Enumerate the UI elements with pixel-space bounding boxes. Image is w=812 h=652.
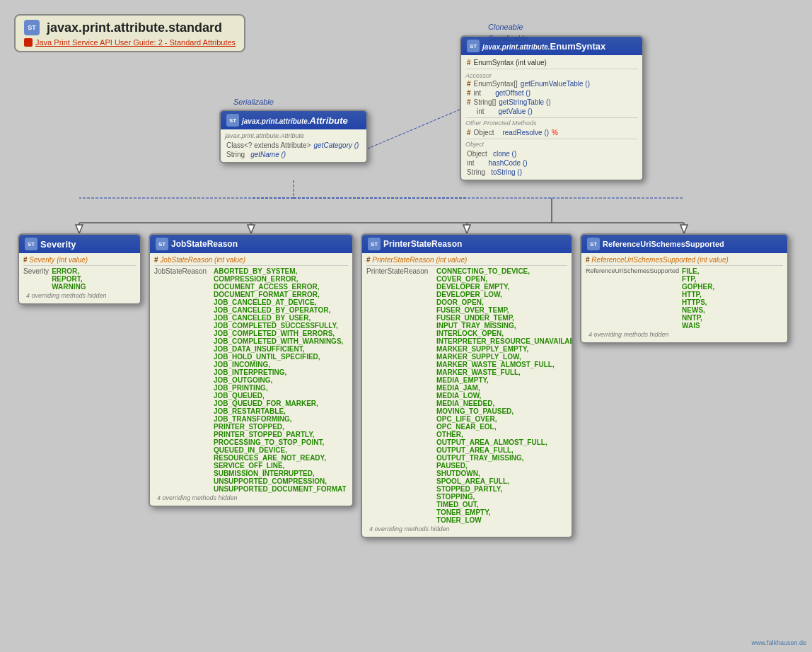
reference-uri-card: ST ReferenceUriSchemesSupported # Refere… [580,233,789,344]
attribute-body: javax.print.attribute.Attribute Class<? … [221,129,366,162]
refuri-constants: FILE, FTP, GOPHER, HTTP, HTTPS, NEWS, NN… [682,267,714,330]
refuri-icon: ST [587,238,600,250]
object-label: Object [465,141,638,148]
enum-constructor-row: # EnumSyntax (int value) [465,58,638,67]
refuri-header: ST ReferenceUriSchemesSupported [581,235,787,253]
title-card: ST javax.print.attribute.standard Java P… [14,14,245,52]
diagram-container: ST javax.print.attribute.standard Java P… [0,0,812,652]
severity-classname: Severity [40,239,76,250]
attr-classname: Attribute [310,115,348,126]
jobstate-hidden: 4 overriding methods hidden [154,493,348,503]
printerstate-body: # PrinterStateReason (int value) Printer… [362,253,572,537]
other-protected-label: Other Protected Methods [465,120,638,127]
enum-constructor: EnumSyntax (int value) [474,59,547,66]
attr-interface-label: javax.print.attribute.Attribute [225,132,362,139]
serializable-top-label: Serializable [488,34,528,42]
accessor-label: Accessor [465,72,638,79]
jobstate-constants: ABORTED_BY_SYSTEM, COMPRESSION_ERROR, DO… [214,267,347,493]
watermark: www.falkhausen.de [751,639,806,646]
svg-marker-9 [680,225,688,233]
severity-icon: ST [25,238,37,250]
svg-marker-7 [248,225,255,233]
printer-state-reason-card: ST PrinterStateReason # PrinterStateReas… [361,233,573,538]
severity-header: ST Severity [19,235,140,253]
printerstate-header: ST PrinterStateReason [362,235,572,253]
severity-card: ST Severity # Severity (int value) Sever… [18,233,141,305]
printerstate-constants: CONNECTING_TO_DEVICE, COVER_OPEN, DEVELO… [436,267,573,524]
jobstate-classname: JobStateReason [171,239,238,249]
package-icon: ST [24,20,40,35]
attribute-header: ST javax.print.attribute.Attribute [221,111,366,129]
attr-package: javax.print.attribute. [242,117,310,125]
package-link[interactable]: Java Print Service API User Guide: 2 - S… [35,38,236,47]
serializable-attr-label: Serializable [233,98,274,106]
svg-marker-6 [76,225,83,233]
printerstate-hidden: 4 overriding methods hidden [366,524,567,534]
package-title: javax.print.attribute.standard [47,21,222,35]
refuri-hidden: 4 overriding methods hidden [586,330,783,339]
refuri-classname: ReferenceUriSchemesSupported [603,240,724,248]
svg-marker-8 [463,225,470,233]
enum-syntax-card: ST javax.print.attribute.EnumSyntax # En… [460,35,644,181]
jobstate-header: ST JobStateReason [150,235,352,253]
severity-hidden: 4 overriding methods hidden [23,291,136,301]
enum-icon: ST [467,40,480,52]
cloneable-label: Cloneable [488,23,523,31]
attribute-card: ST javax.print.attribute.Attribute javax… [219,110,368,163]
jobstate-icon: ST [156,238,168,250]
link-icon [24,38,33,47]
attr-icon: ST [226,114,239,127]
enum-syntax-body: # EnumSyntax (int value) Accessor #EnumS… [461,55,642,180]
printerstate-icon: ST [368,238,381,250]
enum-classname: EnumSyntax [550,41,606,52]
svg-line-15 [368,110,460,149]
severity-body: # Severity (int value) Severity ERROR, R… [19,253,140,303]
printerstate-classname: PrinterStateReason [383,239,462,249]
enum-package: javax.print.attribute. [482,43,550,51]
refuri-body: # ReferenceUriSchemesSupported (int valu… [581,253,787,342]
jobstate-body: # JobStateReason (int value) JobStateRea… [150,253,352,506]
job-state-reason-card: ST JobStateReason # JobStateReason (int … [149,233,354,507]
